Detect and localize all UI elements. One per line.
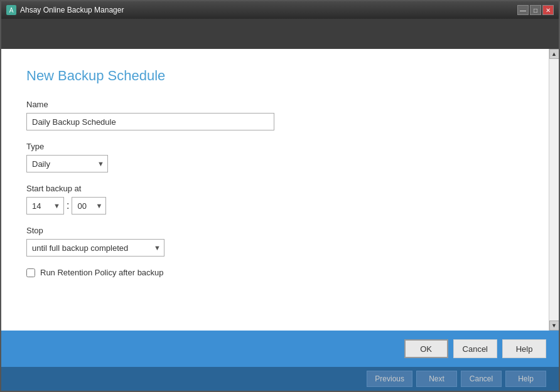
stop-label: Stop	[26, 226, 524, 235]
main-window: A Ahsay Online Backup Manager — □ ✕ New …	[0, 0, 560, 392]
minute-select-wrapper: 00051015 20253035 40455055 ▼	[72, 197, 106, 215]
stop-select[interactable]: until full backup completed after 1 hour…	[26, 239, 164, 257]
retention-label: Run Retention Policy after backup	[40, 268, 164, 277]
title-bar-left: A Ahsay Online Backup Manager	[6, 5, 124, 15]
stop-select-wrapper: until full backup completed after 1 hour…	[26, 239, 164, 257]
hour-select[interactable]: 00010203 04050607 08091011 12131415 1617…	[26, 197, 64, 215]
start-label: Start backup at	[26, 184, 524, 193]
action-bar: OK Cancel Help	[1, 331, 559, 367]
name-input[interactable]	[26, 113, 274, 130]
app-icon: A	[6, 5, 16, 15]
minimize-button[interactable]: —	[517, 5, 529, 15]
name-group: Name	[26, 100, 524, 130]
toolbar	[1, 19, 559, 49]
close-button[interactable]: ✕	[542, 5, 554, 15]
title-bar: A Ahsay Online Backup Manager — □ ✕	[1, 1, 559, 19]
type-group: Type Daily Weekly Monthly Custom ▼	[26, 142, 524, 172]
window-title: Ahsay Online Backup Manager	[20, 6, 124, 14]
type-label: Type	[26, 142, 524, 151]
help-button[interactable]: Help	[502, 339, 546, 358]
bottom-help-button[interactable]: Help	[505, 371, 546, 387]
retention-checkbox[interactable]	[26, 268, 35, 277]
page-title: New Backup Schedule	[26, 68, 524, 84]
type-select-wrapper: Daily Weekly Monthly Custom ▼	[26, 155, 108, 172]
previous-button[interactable]: Previous	[367, 371, 412, 387]
minute-select[interactable]: 00051015 20253035 40455055	[72, 197, 106, 215]
bottom-bar: Previous Next Cancel Help	[1, 367, 559, 391]
scroll-up-button[interactable]: ▲	[549, 49, 559, 59]
bottom-cancel-button[interactable]: Cancel	[461, 371, 502, 387]
name-label: Name	[26, 100, 524, 109]
cancel-button[interactable]: Cancel	[453, 339, 497, 358]
type-select[interactable]: Daily Weekly Monthly Custom	[26, 155, 108, 172]
hour-select-wrapper: 00010203 04050607 08091011 12131415 1617…	[26, 197, 64, 215]
ok-button[interactable]: OK	[404, 339, 448, 358]
scrollbar: ▲ ▼	[549, 49, 559, 331]
time-colon: :	[67, 197, 69, 215]
scroll-down-button[interactable]: ▼	[549, 320, 559, 331]
retention-row: Run Retention Policy after backup	[26, 268, 524, 277]
main-area: New Backup Schedule Name Type Daily Week…	[1, 49, 559, 331]
scroll-track[interactable]	[549, 59, 559, 320]
stop-group: Stop until full backup completed after 1…	[26, 226, 524, 257]
window-controls: — □ ✕	[517, 5, 554, 15]
start-group: Start backup at 00010203 04050607 080910…	[26, 184, 524, 215]
maximize-button[interactable]: □	[530, 5, 541, 15]
content-area: New Backup Schedule Name Type Daily Week…	[1, 49, 549, 331]
next-button[interactable]: Next	[416, 371, 457, 387]
time-row: 00010203 04050607 08091011 12131415 1617…	[26, 197, 524, 215]
